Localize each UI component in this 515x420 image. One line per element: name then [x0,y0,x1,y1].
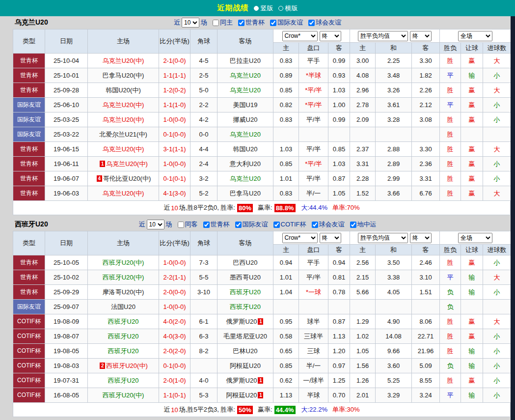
date-cell: 25-10-02 [45,270,88,285]
scope-select[interactable]: 全场 [458,233,492,243]
corner-cell: 5-2 [190,186,217,201]
goals-result-cell: 小 [483,373,511,388]
rank-badge: 1 [258,392,263,398]
avg-draw-cell: 3.66 [376,186,412,201]
away-odds-cell: 1.03 [328,83,350,98]
avg-time-select[interactable]: 终 [410,233,432,243]
odds-source-select[interactable]: Crow* [282,31,318,41]
competition-checkbox[interactable] [270,20,276,26]
odds-time-select[interactable]: 终 [320,31,341,41]
away-team-cell: 西班牙U20 [217,285,273,300]
match-count-select[interactable]: 10 [182,18,199,28]
avg-away-cell: 22.71 [412,329,440,344]
over-rate-text: 大:44.4% [301,203,327,212]
score-cell: 1-0(0-0) [159,157,190,171]
goals-result-cell: 小 [483,359,511,373]
match-row: 国际友谊25-06-10乌克兰U20(中)1-1(1-0)2-2美国U190.8… [13,98,511,112]
handicap-cell: *平/半 [299,98,328,112]
date-cell: 25-06-10 [45,98,88,112]
goals-result-cell: 大 [483,142,511,157]
competition-cell: 世青杯 [13,171,45,186]
date-cell: 16-08-05 [45,388,88,403]
competition-option[interactable]: 国际友谊 [231,220,268,229]
corner-cell: 4-5 [190,54,217,68]
goals-result-cell: 小 [483,112,511,127]
match-count-select[interactable]: 10 [147,220,164,229]
goals-result-cell: 小 [483,98,511,112]
date-cell: 19-06-07 [45,171,88,186]
odds-time-select[interactable]: 终 [320,233,341,243]
avg-source-select[interactable]: 胜平负均值 [358,233,408,243]
same-venue-checkbox[interactable] [213,20,219,26]
avg-home-cell: 2.01 [350,388,376,403]
competition-checkbox[interactable] [235,222,242,228]
col-away: 客场 [217,231,273,255]
avg-draw-cell: 3.28 [376,112,412,127]
competition-checkbox[interactable] [350,222,356,228]
home-team-cell: 西班牙U20 [88,373,159,388]
cover-rate-badge: 44.4% [274,406,296,414]
layout-radio-vertical[interactable]: 竖版 [254,4,273,13]
same-venue-option[interactable]: 同主 [209,18,233,27]
corner-cell: 2-4 [190,157,217,171]
date-cell: 19-08-05 [45,344,88,359]
date-cell: 19-06-03 [45,186,88,201]
avg-away-cell: 3.30 [412,142,440,157]
competition-option[interactable]: 世青杯 [199,220,230,229]
competition-option[interactable]: 球会友谊 [308,220,345,229]
handicap-cell [299,300,328,314]
odd-rate-text: 单率:70% [332,203,360,212]
home-team-cell: 西班牙U20(中) [88,255,159,270]
competition-checkbox[interactable] [203,222,210,228]
corner-cell: 6-3 [190,329,217,344]
odds-source-select[interactable]: Crow* [282,233,318,243]
avg-away-cell: 3.08 [412,112,440,127]
same-venue-label: 同客 [185,220,198,229]
avg-home-cell: 4.08 [350,68,376,83]
avg-home-cell [350,127,376,142]
competition-cell: 国际友谊 [13,112,45,127]
home-odds-cell: 0.83 [273,186,299,201]
home-odds-cell: 0.62 [273,373,299,388]
competition-checkbox[interactable] [312,222,318,228]
match-row: 世青杯25-10-01巴拿马U20(中)1-1(1-1)2-5乌克兰U200.8… [13,68,511,83]
handicap-result-cell: 输 [461,344,483,359]
goals-result-cell: 小 [483,255,511,270]
goals-result-cell: 大 [483,314,511,329]
goals-result-cell: 大 [483,83,511,98]
competition-checkbox[interactable] [238,20,244,26]
competition-option[interactable]: 世青杯 [234,18,265,27]
avg-time-select[interactable]: 终 [410,31,432,41]
handicap-result-cell [461,300,483,314]
score-cell: 1-0(0-0) [159,300,190,314]
avg-draw-cell: 9.66 [376,344,412,359]
away-odds-cell: 1.05 [328,186,350,201]
score-cell: 1-0(0-0) [159,112,190,127]
layout-radio-horizontal[interactable]: 横版 [278,4,298,13]
same-venue-option[interactable]: 同客 [174,220,198,229]
avg-source-select[interactable]: 胜平负均值 [358,31,408,41]
odds-group-header: Crow*终 [273,29,350,43]
avg-away-cell: 2.12 [412,98,440,112]
match-row: COTIF杯19-08-032西班牙U20(中)0-1(0-0)阿根廷U200.… [13,359,511,373]
scope-select[interactable]: 全场 [458,31,492,41]
competition-option[interactable]: 国际友谊 [266,18,303,27]
competition-label: 世青杯 [245,18,265,27]
avg-draw-cell: 3.61 [376,98,412,112]
competition-option[interactable]: 球会友谊 [304,18,341,27]
competition-option[interactable]: 地中运 [346,220,377,229]
subcol-6: 胜负 [440,43,461,54]
away-odds-cell: 0.94 [328,255,350,270]
away-team-cell: 阿根廷U20 [217,359,273,373]
sections-container: 乌克兰U20近10场同主世青杯国际友谊球会友谊类型日期主场比分(半场)角球客场C… [0,16,515,417]
same-venue-checkbox[interactable] [178,222,184,228]
summary-count: 10 [171,204,178,212]
competition-option[interactable]: COTIF杯 [270,220,306,229]
handicap-cell: 平手 [299,255,328,270]
home-odds-cell: 0.83 [273,54,299,68]
handicap-cell: *一球 [299,285,328,300]
home-team-cell: 乌克兰U20(中) [88,54,159,68]
away-odds-cell: 0.87 [328,171,350,186]
competition-checkbox[interactable] [273,222,280,228]
competition-checkbox[interactable] [308,20,315,26]
